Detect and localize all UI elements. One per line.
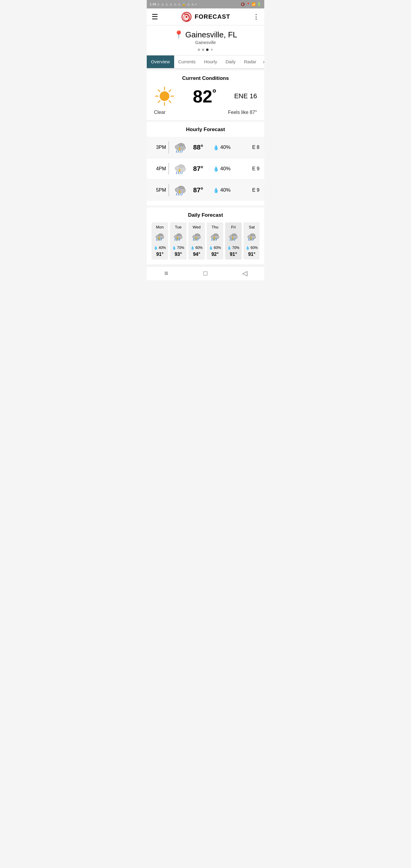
daily-icon-mon — [153, 232, 167, 243]
svg-line-25 — [176, 172, 177, 174]
hourly-time-3pm: 3PM — [152, 145, 166, 150]
svg-line-7 — [158, 90, 160, 92]
svg-line-8 — [169, 101, 171, 102]
hourly-icon-5pm — [173, 183, 188, 197]
daily-temp-tue: 93° — [175, 252, 182, 257]
pin-icon: 📍 — [174, 30, 184, 39]
daily-item-wed: Wed 💧 60% 94° — [188, 222, 205, 259]
daily-temp-wed: 94° — [193, 252, 200, 257]
drop-icon-wed: 💧 — [190, 246, 195, 250]
tab-radar[interactable]: Radar — [240, 56, 261, 69]
svg-line-17 — [178, 150, 179, 153]
bottom-nav: ≡ □ ◁ — [147, 266, 264, 280]
svg-line-35 — [178, 193, 179, 195]
hamburger-menu-button[interactable]: ☰ — [152, 13, 158, 21]
nav-menu-button[interactable]: ≡ — [160, 270, 172, 277]
dot-2[interactable] — [202, 49, 204, 51]
tabs-scroll-right[interactable]: › — [261, 56, 264, 68]
svg-line-26 — [178, 172, 179, 174]
daily-icon-thu — [209, 232, 222, 243]
daily-temp-fri: 91° — [230, 252, 237, 257]
hourly-temp-5pm: 87° — [193, 186, 213, 194]
current-conditions-grid: 82° ENE 16 — [152, 86, 259, 107]
daily-precip-mon: 💧 40% — [154, 246, 166, 250]
hourly-row-3pm: 3PM 88° 💧 40% E 8 — [147, 137, 264, 158]
svg-line-37 — [182, 193, 182, 195]
drop-icon-mon: 💧 — [154, 246, 158, 250]
condition-label: Clear — [154, 110, 165, 115]
svg-rect-32 — [177, 192, 185, 193]
tab-daily[interactable]: Daily — [221, 56, 240, 69]
location-icon: 📍 — [246, 2, 250, 6]
hourly-temp-3pm: 88° — [193, 144, 213, 151]
hourly-divider-2 — [168, 163, 169, 175]
daily-temp-sat: 91° — [248, 252, 255, 257]
app-logo-icon — [181, 11, 192, 23]
nav-back-button[interactable]: ◁ — [239, 270, 251, 277]
daily-precip-fri: 💧 70% — [227, 246, 239, 250]
svg-line-16 — [176, 150, 177, 153]
more-options-button[interactable]: ⋮ — [253, 13, 259, 21]
add-location-button[interactable]: + — [210, 47, 213, 52]
tab-hourly[interactable]: Hourly — [200, 56, 221, 69]
daily-day-mon: Mon — [156, 225, 164, 229]
daily-day-thu: Thu — [212, 225, 218, 229]
svg-line-82 — [248, 239, 249, 241]
current-conditions-title: Current Conditions — [152, 75, 259, 82]
daily-forecast-section: Daily Forecast Mon 💧 40% 91° Tue — [147, 207, 264, 264]
daily-item-tue: Tue 💧 70% 93° — [170, 222, 187, 259]
drop-icon-sat: 💧 — [246, 246, 250, 250]
hourly-precip-3pm: 💧 40% — [213, 144, 237, 150]
sun-icon — [154, 86, 175, 107]
daily-icon-wed — [190, 232, 203, 243]
drop-icon-5pm: 💧 — [213, 187, 219, 193]
svg-line-58 — [193, 239, 194, 241]
daily-icon-fri — [227, 232, 240, 243]
drop-icon-fri: 💧 — [227, 246, 231, 250]
daily-precip-sat: 💧 60% — [246, 246, 258, 250]
nav-home-button[interactable]: □ — [199, 270, 212, 277]
location-area: 📍 Gainesville, FL Gainesville + — [147, 25, 264, 56]
status-left: 1:49 ⚠ ⚠ ⚠ ⚠ ⚠ ⚠ 🔒 ⚠ ⚠ • — [150, 2, 197, 6]
svg-line-9 — [169, 90, 171, 92]
tabs-bar: Overview Currents Hourly Daily Radar › — [147, 56, 264, 69]
hourly-row-5pm: 5PM 87° 💧 40% E 9 — [147, 180, 264, 201]
svg-line-18 — [180, 150, 181, 153]
hourly-row-4pm: 4PM 87° 💧 40% E 9 — [147, 158, 264, 180]
svg-line-10 — [158, 101, 160, 102]
hourly-time-5pm: 5PM — [152, 187, 166, 193]
temperature-display: 82° — [193, 86, 216, 106]
daily-day-wed: Wed — [193, 225, 201, 229]
battery-icon: 🔋 — [257, 2, 261, 6]
svg-line-36 — [180, 193, 181, 195]
svg-line-27 — [180, 172, 181, 174]
svg-line-34 — [176, 193, 177, 195]
daily-precip-wed: 💧 60% — [190, 246, 202, 250]
daily-forecast-title: Daily Forecast — [152, 212, 259, 218]
daily-day-tue: Tue — [175, 225, 182, 229]
svg-line-19 — [182, 150, 182, 153]
drop-icon-thu: 💧 — [209, 246, 213, 250]
daily-item-mon: Mon 💧 40% 91° — [152, 222, 168, 259]
status-right: 🔇 📍 📶 🔋 — [241, 2, 261, 6]
pagination-dots: + — [147, 47, 264, 52]
current-conditions-section: Current Conditions 82° ENE 16 Clear Feel… — [147, 70, 264, 120]
dot-1[interactable] — [198, 49, 200, 51]
daily-day-fri: Fri — [231, 225, 235, 229]
time-display: 1:49 — [150, 2, 156, 6]
svg-line-42 — [156, 239, 157, 241]
warning-icons: ⚠ ⚠ ⚠ ⚠ ⚠ ⚠ 🔒 ⚠ ⚠ • — [157, 3, 197, 6]
hourly-precip-4pm: 💧 40% — [213, 166, 237, 172]
daily-precip-thu: 💧 60% — [209, 246, 221, 250]
svg-line-66 — [212, 239, 212, 241]
dot-3-active[interactable] — [206, 49, 209, 51]
svg-rect-23 — [177, 170, 185, 172]
wind-display: ENE 16 — [234, 92, 257, 100]
hourly-icon-3pm — [173, 141, 188, 154]
app-header: ☰ FORECAST ⋮ — [147, 8, 264, 25]
svg-point-2 — [160, 91, 169, 101]
svg-point-1 — [186, 16, 187, 18]
tab-currents[interactable]: Currents — [174, 56, 200, 69]
tab-overview[interactable]: Overview — [147, 56, 174, 69]
daily-forecast-grid: Mon 💧 40% 91° Tue — [152, 222, 259, 259]
